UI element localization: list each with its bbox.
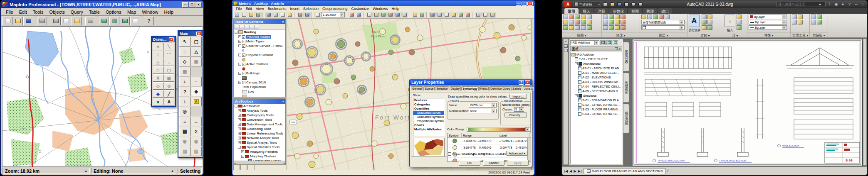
drawing-sheet[interactable]: TYPICAL WALL SECTION TYPICAL WALL SECTIO… [633, 39, 862, 166]
column-header[interactable]: Label [498, 133, 530, 137]
fixed-zoom-out-button[interactable] [401, 12, 408, 18]
communication-center-icon[interactable]: ◉ [833, 2, 839, 6]
ok-button[interactable]: OK [459, 160, 480, 166]
paste-button[interactable] [72, 17, 82, 25]
text-style-button[interactable]: A [164, 98, 175, 105]
tool-icon[interactable] [798, 20, 803, 24]
expander-icon[interactable]: − [238, 54, 241, 56]
palette-tab[interactable]: 图纸视图 [623, 73, 629, 102]
tool-icon[interactable] [587, 25, 592, 30]
minimize-button[interactable]: ─ [182, 2, 188, 7]
expander-icon[interactable]: + [238, 123, 241, 126]
tool-icon[interactable] [811, 20, 816, 24]
dialog-tab[interactable]: General [411, 86, 423, 90]
expander-icon[interactable]: + [238, 35, 241, 38]
expander-icon[interactable]: − [238, 146, 241, 149]
toolbox-item[interactable]: +Geocoding Tools [234, 127, 285, 131]
menu-item[interactable]: Selection [302, 7, 320, 11]
menu-item[interactable]: Options [103, 9, 124, 15]
panel-label[interactable]: 修改 ▾ [602, 32, 640, 37]
add-node-button[interactable]: ⊕ [164, 82, 175, 90]
sheet-tree-item[interactable]: AS-01 - ARCH SITE PLAN [571, 66, 622, 71]
expander-icon[interactable]: + [238, 132, 241, 135]
select-button[interactable]: ↖ [179, 37, 190, 46]
layer-checkbox[interactable]: ✓ [242, 35, 245, 39]
close-button[interactable]: × [195, 2, 202, 7]
menu-item[interactable]: Map [124, 9, 139, 15]
boundary-select-button[interactable]: ◇ [179, 57, 190, 66]
sheetset-dropdown[interactable]: IRD Addition▾ [570, 40, 599, 45]
tool-icon[interactable] [603, 20, 608, 24]
horizontal-scrollbar[interactable]: ◂▸ [234, 161, 285, 164]
menu-item[interactable]: Bookmarks [266, 7, 288, 11]
toc-layer-row[interactable]: −✓Proposed Stations [234, 53, 285, 57]
full-extent-button[interactable] [387, 12, 394, 18]
expander-icon[interactable]: + [238, 137, 241, 139]
polygon-button[interactable]: △ [153, 59, 163, 66]
menu-item[interactable]: Help [390, 7, 401, 11]
arctoolbox-titlebar[interactable]: ArcToolbox × [234, 99, 285, 104]
menu-item[interactable]: View [254, 7, 265, 11]
panel-label[interactable]: 注释 ▾ [687, 33, 723, 37]
set-clip-region-button[interactable]: ▧ [179, 147, 190, 156]
tool-icon[interactable] [569, 25, 574, 30]
help-icon[interactable]: ? [847, 2, 852, 6]
tool-icon[interactable] [609, 20, 614, 24]
classes-dropdown[interactable]: 5▾ [514, 107, 524, 112]
class-row[interactable]: -3.694778 - -0.491046-3.694778 - -0.4910… [448, 144, 531, 151]
save-button[interactable] [248, 12, 255, 18]
undo-button[interactable] [297, 12, 304, 18]
ellipse-button[interactable]: ○ [164, 59, 175, 66]
layer-state-dropdown[interactable]: 未保存的图层状态▾ [641, 20, 685, 24]
dialog-tab[interactable]: Display [450, 86, 461, 90]
rectangle-button[interactable]: □ [153, 66, 163, 74]
dialog-tab[interactable]: Symbology [461, 86, 479, 90]
menu-item[interactable]: File [234, 7, 244, 11]
tool-icon[interactable] [581, 20, 586, 24]
menu-item[interactable]: Table [86, 9, 103, 15]
sheet-tree-item[interactable]: A-02 - ELEVATIONS [571, 75, 622, 80]
zoom-out-button[interactable] [373, 12, 380, 18]
copy-button[interactable] [61, 17, 71, 25]
tool-icon[interactable] [621, 20, 626, 24]
layer-tool-icon[interactable] [659, 15, 664, 19]
arcmap-titlebar[interactable]: Meters - ArcMap - ArcInfo ─ □ × [232, 1, 534, 6]
dialog-tab[interactable]: Source [423, 86, 435, 90]
tool-icon[interactable] [702, 25, 707, 30]
fixed-zoom-in-button[interactable] [394, 12, 401, 18]
reshape-button[interactable]: ◇ [153, 82, 163, 90]
clear-selection-button[interactable] [436, 12, 443, 18]
value-dropdown[interactable]: GiZScore▾ [469, 103, 497, 108]
dialog-tab[interactable]: Joins & Relates [523, 86, 535, 90]
tool-icon[interactable] [811, 15, 816, 19]
advanced-button[interactable]: Advanced ▾ [506, 151, 528, 156]
layer-checkbox[interactable]: ✓ [242, 81, 245, 84]
arc-button[interactable]: ⌒ [164, 51, 175, 58]
new-icon[interactable] [602, 2, 608, 7]
workspace-dropdown[interactable]: 三维建模▾ [574, 2, 601, 7]
menu-item[interactable]: File [3, 9, 16, 15]
class-row[interactable]: -7.826574 - -3.694779-7.826574 - -3.6947… [448, 138, 531, 144]
menu-item[interactable]: Geoprocessing [321, 7, 349, 11]
redo-button[interactable] [304, 12, 311, 18]
line-style-button[interactable]: ╱ [164, 90, 175, 98]
toolbox-item[interactable]: −ArcToolbox [234, 104, 285, 108]
cut-button[interactable] [265, 12, 272, 18]
tool-icon[interactable] [615, 25, 620, 30]
show-list-item[interactable]: Quantities [413, 107, 444, 111]
sheet-tree-item[interactable]: IRD Addition [571, 52, 622, 57]
tool-icon[interactable] [817, 15, 822, 19]
tool-icon[interactable] [817, 20, 822, 24]
dialog-titlebar[interactable]: Layer Properties ? × [410, 79, 532, 86]
menu-item[interactable]: Insert [288, 7, 301, 11]
tool-icon[interactable] [798, 15, 803, 19]
toolbox-item[interactable]: +Cartography Tools [234, 113, 285, 117]
toolbox-item[interactable]: +Data Management Tools [234, 122, 285, 127]
show-list-item[interactable]: Graduated symbols [413, 115, 444, 119]
layer-dropdown[interactable]: ▾ [641, 25, 685, 30]
save-button[interactable] [23, 17, 33, 25]
frame-button[interactable]: ▣ [164, 74, 175, 82]
editor-button[interactable] [349, 12, 355, 18]
radius-select-button[interactable]: ◌ [179, 47, 190, 56]
print-button[interactable] [37, 17, 47, 25]
